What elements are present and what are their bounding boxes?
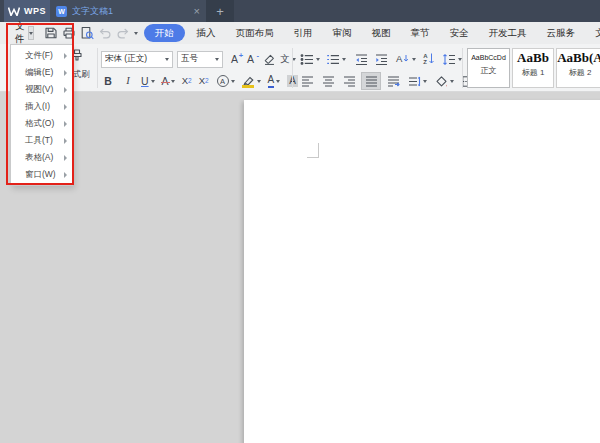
align-center-icon — [321, 75, 335, 88]
justify-icon — [364, 75, 378, 88]
style-normal[interactable]: AaBbCcDd 正文 — [467, 48, 510, 88]
submenu-arrow-icon — [64, 138, 67, 144]
style-label: 标题 1 — [513, 67, 553, 78]
customize-quick-access-button[interactable] — [134, 25, 138, 41]
margin-corner-mark — [307, 143, 319, 158]
submenu-arrow-icon — [64, 172, 67, 178]
align-left-icon — [300, 75, 314, 88]
menu-item-view[interactable]: 视图(V) — [11, 81, 72, 98]
caret-down-icon — [423, 80, 427, 83]
file-menu-button[interactable]: 文件 — [15, 20, 25, 46]
caret-down-icon — [257, 80, 261, 83]
superscript-button[interactable]: X2 — [180, 72, 194, 90]
tab-section[interactable]: 章节 — [401, 25, 440, 42]
document-tab[interactable]: W 文字文稿1 × — [50, 0, 206, 22]
align-left-button[interactable] — [298, 72, 316, 90]
menu-item-file[interactable]: 文件(F) — [11, 47, 72, 64]
title-bar: WPS W 文字文稿1 × + — [0, 0, 600, 22]
group-divider — [97, 48, 98, 88]
distribute-button[interactable] — [384, 72, 402, 90]
highlight-pen-icon — [242, 75, 255, 88]
menu-item-tools[interactable]: 工具(T) — [11, 132, 72, 149]
close-tab-icon[interactable]: × — [194, 6, 200, 17]
decrease-indent-button[interactable] — [352, 50, 370, 68]
tab-developer[interactable]: 开发工具 — [479, 25, 537, 42]
menu-item-format[interactable]: 格式(O) — [11, 115, 72, 132]
clear-format-button[interactable] — [261, 50, 278, 68]
font-size-combobox[interactable]: 五号 — [177, 51, 223, 68]
enclose-characters-button[interactable]: A — [215, 72, 237, 90]
paragraph-spacing-button[interactable] — [405, 72, 429, 90]
file-menu-caret-button[interactable] — [28, 26, 34, 40]
home-ribbon-toolbar: 格式刷 宋体 (正文) 五号 A+ A- 文 — [0, 44, 600, 92]
undo-button[interactable] — [98, 25, 112, 41]
print-button[interactable] — [62, 25, 76, 41]
submenu-arrow-icon — [64, 155, 67, 161]
outdent-icon — [354, 53, 368, 66]
italic-button[interactable]: I — [121, 72, 135, 90]
tab-page-layout[interactable]: 页面布局 — [226, 25, 284, 42]
strikethrough-button[interactable]: A — [160, 72, 177, 90]
tab-security[interactable]: 安全 — [440, 25, 479, 42]
shrink-font-button[interactable]: A- — [245, 50, 261, 68]
text-direction-button[interactable]: A — [394, 50, 418, 68]
tab-view[interactable]: 视图 — [362, 25, 401, 42]
bold-button[interactable]: B — [101, 72, 115, 90]
style-heading2[interactable]: AaBb(A 标题 2 — [556, 48, 600, 88]
align-right-button[interactable] — [340, 72, 358, 90]
caret-down-icon — [134, 32, 138, 35]
highlight-color-button[interactable] — [240, 72, 263, 90]
caret-down-icon — [412, 58, 416, 61]
style-label: 标题 2 — [557, 67, 600, 78]
document-page[interactable] — [244, 100, 600, 443]
align-right-icon — [342, 75, 356, 88]
submenu-arrow-icon — [64, 121, 67, 127]
menu-item-edit[interactable]: 编辑(E) — [11, 64, 72, 81]
group-divider — [292, 48, 293, 88]
redo-button[interactable] — [116, 25, 130, 41]
distribute-icon — [386, 75, 400, 88]
subscript-button[interactable]: X2 — [197, 72, 211, 90]
style-heading1[interactable]: AaBb 标题 1 — [512, 48, 554, 88]
wps-home-button[interactable]: WPS — [4, 0, 50, 22]
underline-button[interactable]: U — [139, 72, 157, 90]
text-tool-glyph: 文 — [280, 53, 290, 64]
document-area[interactable] — [0, 92, 600, 443]
menu-item-insert[interactable]: 插入(I) — [11, 98, 72, 115]
numbered-list-button[interactable] — [324, 50, 348, 68]
line-spacing-button[interactable] — [440, 50, 464, 68]
font-name-combobox[interactable]: 宋体 (正文) — [101, 51, 173, 68]
document-icon: W — [56, 6, 67, 17]
wps-logo-text: WPS — [24, 6, 46, 16]
caret-down-icon — [316, 58, 320, 61]
style-preview: AaBb — [513, 50, 553, 66]
shading-button[interactable] — [433, 72, 456, 90]
tab-review[interactable]: 审阅 — [323, 25, 362, 42]
grow-font-button[interactable]: A+ — [229, 50, 245, 68]
file-dropdown-menu: 文件(F) 编辑(E) 视图(V) 插入(I) 格式(O) 工具(T) 表格(A… — [10, 44, 73, 186]
font-color-button[interactable]: A — [266, 72, 283, 90]
sort-button[interactable]: AZ — [421, 50, 436, 68]
tab-home[interactable]: 开始 — [144, 24, 185, 42]
increase-indent-button[interactable] — [372, 50, 390, 68]
tab-references[interactable]: 引用 — [284, 25, 323, 42]
menu-item-table[interactable]: 表格(A) — [11, 149, 72, 166]
align-center-button[interactable] — [319, 72, 337, 90]
document-tab-title: 文字文稿1 — [72, 5, 189, 18]
font-name-value: 宋体 (正文) — [105, 53, 165, 65]
style-preview: AaBb(A — [557, 50, 600, 66]
justify-button[interactable] — [361, 72, 381, 90]
tab-cloud[interactable]: 云服务 — [537, 25, 586, 42]
save-button[interactable] — [44, 25, 58, 41]
bullet-list-button[interactable] — [298, 50, 322, 68]
style-preview: AaBbCcDd — [468, 54, 509, 61]
menu-item-window[interactable]: 窗口(W) — [11, 166, 72, 183]
ribbon-tabs: 开始 插入 页面布局 引用 审阅 视图 章节 安全 开发工具 云服务 文档助手 — [144, 24, 600, 42]
menu-row: 文件 开始 插入 页面布局 引用 审阅 视图 章节 安全 开发工具 — [0, 22, 600, 44]
new-tab-button[interactable]: + — [206, 0, 234, 22]
indent-icon — [374, 53, 388, 66]
text-tool-button[interactable]: 文 — [278, 50, 298, 68]
tab-insert[interactable]: 插入 — [187, 25, 226, 42]
tab-doc-assistant[interactable]: 文档助手 — [585, 25, 600, 42]
print-preview-button[interactable] — [80, 25, 94, 41]
